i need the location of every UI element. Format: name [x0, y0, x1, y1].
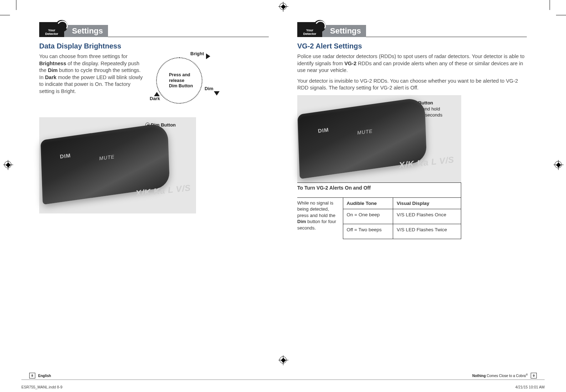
header-tab: Your Detector [39, 22, 64, 37]
device-image: Dim Button DIM MUTE X/K Ka L V/S [39, 117, 196, 213]
chevron-down-icon [214, 91, 220, 96]
cobra-logo-icon [56, 20, 68, 32]
header-rule [366, 37, 527, 37]
table-caption: To Turn VG-2 Alerts On and Off [297, 182, 461, 197]
page-number: 8 [29, 373, 35, 378]
header-tab-text: Your Detector [45, 29, 58, 36]
device-dim-label: DIM [318, 127, 329, 134]
table-header-audible: Audible Tone [343, 197, 393, 209]
header-title: Settings [321, 25, 366, 37]
page-left: Your Detector Settings Data Display Brig… [21, 11, 283, 381]
body-text: You can choose from three settings for B… [39, 53, 145, 95]
brightness-cycle-diagram: Bright Dim Dark Press andreleaseDim Butt… [152, 50, 212, 111]
table-cell: V/S LED Flashes Once [393, 209, 461, 224]
header-bar: Your Detector Settings [39, 21, 269, 37]
cobra-logo-icon [314, 20, 326, 32]
footer-language: English [38, 374, 51, 378]
cycle-dark-label: Dark [150, 96, 160, 101]
tagline-rest: Comes Close to a Cobra [486, 374, 526, 378]
indd-file: ESR755_MANL.indd 8-9 [21, 385, 62, 389]
section-title: Data Display Brightness [39, 42, 269, 50]
footer-left: 8 English [29, 373, 51, 378]
cycle-bright-label: Bright [190, 51, 204, 56]
table-cell: Off = Two beeps [343, 224, 393, 239]
indesign-slug: ESR755_MANL.indd 8-9 4/21/15 10:01 AM [21, 380, 545, 389]
header-bar: Your Detector Settings [297, 21, 527, 37]
body-text-1: Police use radar detector detectors (RDD… [297, 53, 527, 74]
body-text-2: Your detector is invisible to VG-2 RDDs.… [297, 78, 527, 92]
device-image: Dim Button Press and holdfor four second… [297, 95, 461, 182]
page-number: 9 [531, 373, 537, 378]
chevron-up-icon [154, 92, 160, 96]
footer-tagline: Nothing Comes Close to a Cobra® [472, 373, 528, 378]
footer-right: Nothing Comes Close to a Cobra® 9 [472, 373, 537, 378]
table-side-note: While no signal is being detected, press… [297, 197, 343, 239]
header-tab: Your Detector [297, 22, 322, 37]
indd-date: 4/21/15 10:01 AM [515, 385, 545, 389]
table-cell: V/S LED Flashes Twice [393, 224, 461, 239]
header-title: Settings [63, 25, 108, 37]
tagline-bold: Nothing [472, 374, 486, 378]
cycle-dim-label: Dim [205, 86, 213, 91]
table-header-visual: Visual Display [393, 197, 461, 209]
chevron-right-icon [206, 53, 210, 59]
header-tab-text: Your Detector [303, 29, 317, 36]
cycle-inner-text: Press andreleaseDim Button [169, 72, 193, 89]
table-cell: On = One beep [343, 209, 393, 224]
registered-icon: ® [526, 373, 528, 376]
header-rule [108, 37, 269, 37]
page-right: Your Detector Settings VG-2 Alert Settin… [283, 11, 545, 381]
vg2-table: To Turn VG-2 Alerts On and Off While no … [297, 182, 461, 239]
section-title: VG-2 Alert Settings [297, 42, 527, 50]
